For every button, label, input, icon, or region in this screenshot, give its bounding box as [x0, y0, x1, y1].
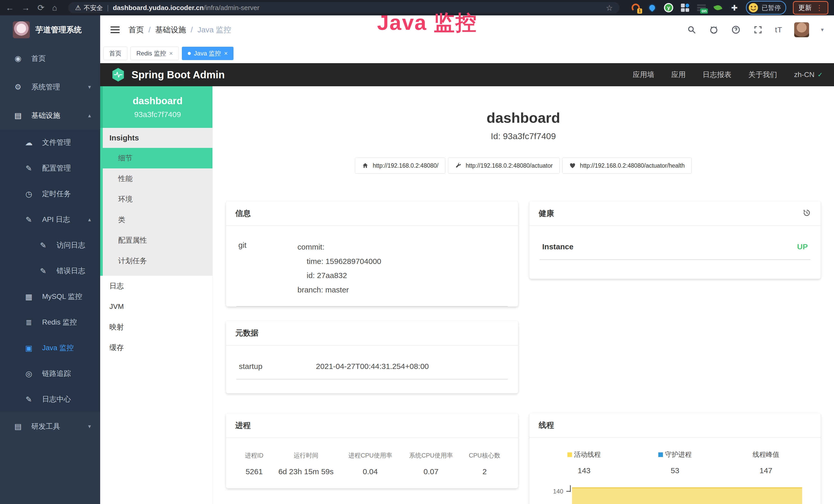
sba-nav-applications[interactable]: 应用 — [672, 70, 686, 79]
pin-extension-icon[interactable] — [647, 3, 657, 13]
sba-sidebar: dashboard 93a3fc7f7409 Insights 细节 性能 环境… — [100, 86, 213, 504]
security-warning[interactable]: ⚠ 不安全 — [75, 4, 103, 12]
sidebar-item-access-logs[interactable]: ✎ 访问日志 — [0, 232, 100, 258]
sba-nav-journal[interactable]: 日志报表 — [703, 70, 731, 79]
process-pid: 5261 — [236, 467, 272, 476]
threads-card-title: 线程 — [539, 420, 554, 431]
chrome-update-button[interactable]: 更新 ⋮ — [793, 1, 828, 15]
sidebar-item-mysql-monitor[interactable]: ▦ MySQL 监控 — [0, 284, 100, 310]
search-icon[interactable] — [686, 25, 697, 35]
service-url-button[interactable]: http://192.168.0.2:48080/ — [355, 158, 445, 174]
collapse-menu-icon[interactable] — [110, 26, 120, 33]
colorzilla-badge: 1 — [637, 8, 642, 14]
sba-item-metrics[interactable]: 性能 — [103, 168, 213, 189]
page-subtitle: Id: 93a3fc7f7409 — [213, 131, 834, 141]
health-status-badge: UP — [797, 243, 808, 251]
sba-item-logs[interactable]: 日志 — [100, 276, 213, 296]
puzzle-extensions-icon[interactable]: ✚ — [729, 3, 739, 13]
sidebar-item-tracing[interactable]: ◎ 链路追踪 — [0, 361, 100, 386]
actuator-url-button[interactable]: http://192.168.0.2:48080/actuator — [448, 158, 560, 174]
sidebar-item-error-logs[interactable]: ✎ 错误日志 — [0, 258, 100, 284]
back-icon[interactable]: ← — [6, 4, 14, 12]
sba-item-config-props[interactable]: 配置属性 — [103, 230, 213, 251]
sidebar-item-java-monitor[interactable]: ▣ Java 监控 — [0, 335, 100, 361]
info-value: commit: time: 1596289704000 id: 27aa832 … — [298, 240, 506, 297]
tab-redis-monitor[interactable]: Redis 监控 × — [130, 47, 179, 60]
live-threads-swatch — [567, 452, 572, 457]
locale-label: zh-CN — [794, 71, 814, 79]
sba-item-environment[interactable]: 环境 — [103, 189, 213, 209]
sidebar-item-scheduled-jobs[interactable]: ◷ 定时任务 — [0, 181, 100, 207]
sba-nav-about[interactable]: 关于我们 — [748, 70, 777, 79]
sba-brand[interactable]: Spring Boot Admin — [111, 68, 225, 82]
home-icon[interactable]: ⌂ — [52, 4, 57, 12]
git-commit-id: id: 27aa832 — [298, 268, 506, 283]
help-icon[interactable] — [731, 25, 741, 35]
sba-instance-header[interactable]: dashboard 93a3fc7f7409 — [100, 86, 213, 128]
sba-item-classes[interactable]: 类 — [103, 209, 213, 230]
sidebar-item-config-mgmt[interactable]: ✎ 配置管理 — [0, 155, 100, 181]
bookmark-star-icon[interactable]: ☆ — [606, 3, 613, 12]
instance-name: dashboard — [133, 95, 182, 107]
breadcrumb-infrastructure[interactable]: 基础设施 — [155, 25, 186, 35]
sidebar-item-log-center[interactable]: ✎ 日志中心 — [0, 386, 100, 412]
url-bar[interactable]: ⚠ 不安全 | dashboard.yudao.iocoder.cn/infra… — [68, 2, 619, 13]
url-path: /infra/admin-server — [204, 4, 259, 12]
forward-icon[interactable]: → — [22, 4, 30, 12]
page-title: dashboard — [213, 109, 834, 126]
user-avatar[interactable] — [794, 22, 809, 37]
url-text[interactable]: dashboard.yudao.iocoder.cn/infra/admin-s… — [113, 4, 259, 12]
sba-item-caches[interactable]: 缓存 — [100, 337, 213, 358]
metadata-card: 元数据 startup 2021-04-27T00:44:31.254+08:0… — [226, 321, 518, 393]
cards-left-column: 信息 git commit: time: 1596289704000 id: 2 — [226, 201, 518, 488]
reload-icon[interactable]: ⟳ — [38, 4, 44, 12]
y-glyph: y — [664, 3, 673, 12]
sidebar-item-file-mgmt[interactable]: ☁ 文件管理 — [0, 130, 100, 155]
sidebar-item-label: MySQL 监控 — [42, 292, 82, 301]
tab-label: 首页 — [109, 49, 122, 58]
sidebar-item-infrastructure[interactable]: ▤ 基础设施 ▴ — [0, 101, 100, 130]
tab-close-icon[interactable]: × — [169, 50, 173, 57]
edit-note-icon: ✎ — [39, 267, 48, 275]
app-logo[interactable]: 芋道管理系统 — [0, 16, 100, 44]
sba-logo-icon — [111, 68, 125, 82]
switch-extension-icon[interactable]: on — [697, 3, 706, 13]
health-history-icon[interactable] — [802, 208, 811, 219]
sba-item-details[interactable]: 细节 — [100, 148, 213, 168]
font-size-icon[interactable]: tT — [775, 25, 782, 34]
tab-java-monitor[interactable]: Java 监控 × — [182, 47, 234, 60]
page-tabs: 首页 Redis 监控 × Java 监控 × — [100, 44, 834, 63]
y-extension-icon[interactable]: y — [664, 3, 674, 13]
sidebar-item-dev-tools[interactable]: ▤ 研发工具 ▾ — [0, 412, 100, 441]
grid-extension-icon[interactable] — [680, 3, 690, 13]
tab-home[interactable]: 首页 — [103, 47, 127, 60]
process-cpu: 0.04 — [340, 467, 400, 476]
home-icon — [362, 162, 369, 169]
sba-nav-wallboard[interactable]: 应用墙 — [633, 70, 655, 79]
sidebar-item-label: Java 监控 — [42, 343, 74, 353]
paused-label: 已暂停 — [762, 4, 781, 12]
leaf-extension-icon[interactable] — [713, 3, 723, 13]
sidebar-item-home[interactable]: ◉ 首页 — [0, 44, 100, 73]
sidebar-item-api-logs[interactable]: ✎ API 日志 ▴ — [0, 207, 100, 232]
sidebar-item-system-mgmt[interactable]: ⚙ 系统管理 ▾ — [0, 73, 100, 101]
sidebar-item-redis-monitor[interactable]: ≣ Redis 监控 — [0, 310, 100, 335]
locale-select[interactable]: zh-CN ✓ — [794, 71, 823, 79]
breadcrumb-home[interactable]: 首页 — [128, 25, 144, 35]
process-card-title: 进程 — [235, 420, 251, 431]
info-card-body: git commit: time: 1596289704000 id: 27aa… — [226, 226, 518, 314]
smiley-icon — [748, 3, 759, 13]
fullscreen-icon[interactable] — [753, 25, 763, 35]
github-icon[interactable] — [709, 25, 719, 35]
user-menu-caret-icon[interactable]: ▾ — [821, 26, 824, 33]
sba-item-mappings[interactable]: 映射 — [100, 317, 213, 337]
paused-profile-pill[interactable]: 已暂停 — [746, 1, 786, 15]
health-url-button[interactable]: http://192.168.0.2:48080/actuator/health — [562, 158, 692, 174]
sba-item-scheduled-tasks[interactable]: 计划任务 — [103, 251, 213, 271]
edit-note-icon: ✎ — [39, 241, 48, 250]
colorzilla-extension-icon[interactable]: 1 — [631, 3, 641, 13]
tab-close-icon[interactable]: × — [224, 50, 227, 57]
chrome-menu-icon[interactable]: ⋮ — [816, 4, 823, 12]
health-card-title: 健康 — [539, 208, 554, 219]
sba-item-jvm[interactable]: JVM — [100, 296, 213, 317]
